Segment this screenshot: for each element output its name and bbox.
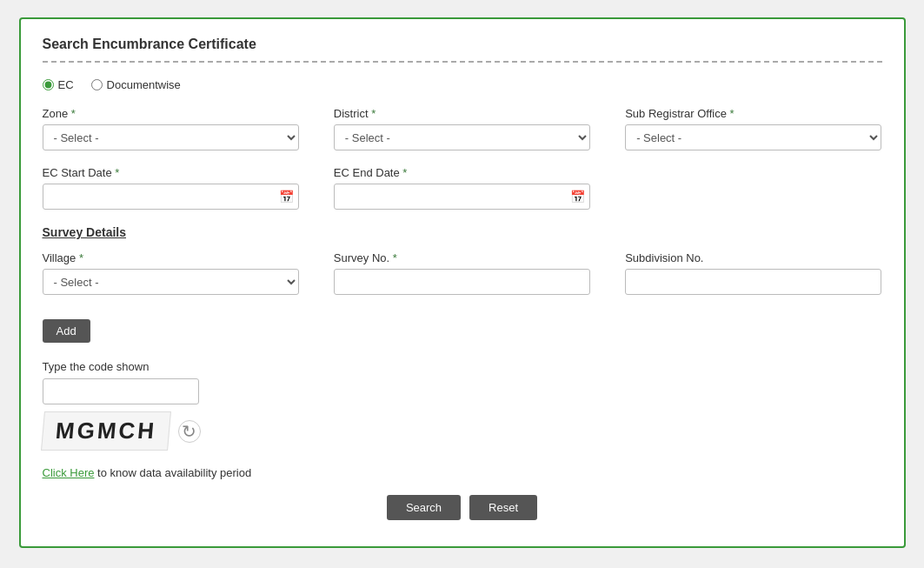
row-dates: EC Start Date * 📅 EC End Date * 📅 bbox=[43, 166, 882, 210]
radio-ec-input[interactable] bbox=[43, 79, 54, 90]
placeholder-group bbox=[625, 166, 881, 210]
district-label: District * bbox=[334, 107, 590, 120]
subdivision-no-input[interactable] bbox=[625, 269, 881, 295]
zone-select[interactable]: - Select - bbox=[43, 124, 299, 150]
village-group: Village * - Select - bbox=[43, 251, 299, 295]
captcha-image: MGMCH bbox=[41, 411, 171, 451]
divider bbox=[43, 61, 882, 63]
search-type-group: EC Documentwise bbox=[43, 78, 882, 91]
ec-start-date-wrapper: 📅 bbox=[43, 184, 299, 210]
ec-end-date-input[interactable] bbox=[334, 184, 590, 210]
survey-section: Survey Details Village * - Select - Surv… bbox=[43, 225, 882, 295]
survey-no-input[interactable] bbox=[334, 269, 590, 295]
ec-start-date-label: EC Start Date * bbox=[43, 166, 299, 179]
row-zone-district-sro: Zone * - Select - District * - Select - … bbox=[43, 107, 882, 150]
radio-documentwise-label: Documentwise bbox=[107, 78, 181, 91]
ec-end-date-wrapper: 📅 bbox=[334, 184, 590, 210]
info-row: Click Here to know data availability per… bbox=[43, 466, 882, 479]
captcha-refresh-button[interactable]: ↻ bbox=[178, 420, 201, 443]
click-here-link[interactable]: Click Here bbox=[43, 466, 95, 479]
subdivision-no-label: Subdivision No. bbox=[625, 251, 881, 264]
search-button[interactable]: Search bbox=[387, 495, 461, 520]
reset-button[interactable]: Reset bbox=[469, 495, 537, 520]
radio-documentwise[interactable]: Documentwise bbox=[91, 78, 181, 91]
survey-section-title: Survey Details bbox=[43, 225, 882, 239]
sro-group: Sub Registrar Office * - Select - bbox=[625, 107, 881, 150]
zone-label: Zone * bbox=[43, 107, 299, 120]
district-select[interactable]: - Select - bbox=[334, 124, 590, 150]
radio-ec[interactable]: EC bbox=[43, 78, 74, 91]
survey-no-label: Survey No. * bbox=[334, 251, 590, 264]
row-survey: Village * - Select - Survey No. * Subdiv… bbox=[43, 251, 882, 295]
subdivision-no-group: Subdivision No. bbox=[625, 251, 881, 295]
captcha-image-row: MGMCH ↻ bbox=[43, 411, 882, 451]
zone-group: Zone * - Select - bbox=[43, 107, 299, 150]
captcha-label: Type the code shown bbox=[43, 360, 882, 373]
radio-ec-label: EC bbox=[58, 78, 74, 91]
info-suffix: to know data availability period bbox=[97, 466, 251, 479]
main-container: Search Encumbrance Certificate EC Docume… bbox=[19, 17, 906, 548]
village-label: Village * bbox=[43, 251, 299, 264]
add-button[interactable]: Add bbox=[43, 319, 90, 343]
bottom-buttons: Search Reset bbox=[43, 495, 882, 520]
captcha-section: Type the code shown MGMCH ↻ bbox=[43, 360, 882, 451]
sro-select[interactable]: - Select - bbox=[625, 124, 881, 150]
captcha-input[interactable] bbox=[43, 378, 199, 404]
ec-end-date-group: EC End Date * 📅 bbox=[334, 166, 590, 210]
ec-end-date-label: EC End Date * bbox=[334, 166, 590, 179]
page-title: Search Encumbrance Certificate bbox=[43, 37, 882, 52]
ec-start-date-input[interactable] bbox=[43, 184, 299, 210]
radio-documentwise-input[interactable] bbox=[91, 79, 103, 90]
ec-start-date-group: EC Start Date * 📅 bbox=[43, 166, 299, 210]
sro-label: Sub Registrar Office * bbox=[625, 107, 881, 120]
village-select[interactable]: - Select - bbox=[43, 269, 299, 295]
survey-no-group: Survey No. * bbox=[334, 251, 590, 295]
district-group: District * - Select - bbox=[334, 107, 590, 150]
